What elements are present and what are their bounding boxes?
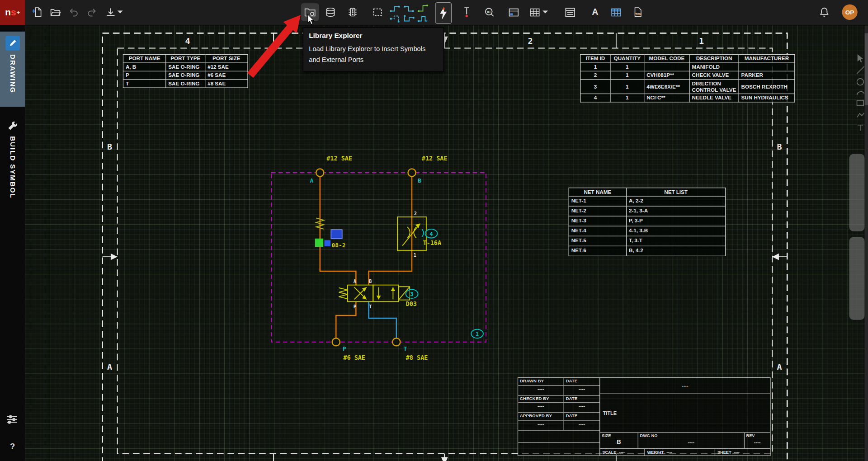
- date-value: ----: [564, 421, 599, 430]
- wire-route-button[interactable]: [416, 14, 429, 24]
- lightning-bolt-icon: [439, 6, 448, 20]
- date-value: ----: [564, 386, 599, 395]
- table-cell: NET-4: [569, 226, 626, 236]
- table-row: 41NCFC**NEEDLE VALVESUN HYDRAULICS: [580, 94, 795, 102]
- settings-button[interactable]: [6, 414, 18, 427]
- wire-route-icon: [417, 14, 428, 23]
- drawing-pencil-icon: [5, 36, 20, 51]
- scale-value: ----: [619, 450, 624, 455]
- date-value: ----: [564, 403, 599, 413]
- help-button[interactable]: ?: [0, 442, 25, 451]
- grid-table-button[interactable]: [607, 3, 625, 21]
- table-cell: 1: [610, 79, 644, 94]
- title-block-signatures: DRAWN BYDATE -------- CHECKED BYDATE ---…: [518, 378, 600, 455]
- table-row: NET-6B, 4-2: [569, 246, 726, 256]
- selection-marquee-button[interactable]: [369, 3, 387, 21]
- table-header-cell: NET NAME: [569, 188, 626, 196]
- open-folder-button[interactable]: [47, 3, 64, 21]
- table-cell: [644, 63, 689, 71]
- export-xml-button[interactable]: xml: [629, 3, 646, 21]
- probe-button[interactable]: [458, 3, 476, 21]
- sidebar-tab-drawing[interactable]: DRAWING: [0, 32, 25, 107]
- table-cell: 2: [580, 71, 610, 79]
- table-row: PSAE O-RING#6 SAE: [123, 71, 248, 79]
- table-cell: NET-1: [569, 196, 626, 206]
- date-label: DATE: [564, 378, 599, 385]
- probe-icon: [461, 6, 472, 18]
- table-row: NET-3P, 3-P: [569, 216, 726, 226]
- export-xml-icon: xml: [632, 7, 643, 18]
- library-explorer-button[interactable]: [301, 3, 319, 21]
- wire-route-button[interactable]: [389, 3, 401, 13]
- rev-label: REV: [746, 433, 769, 438]
- table-cell: NET-6: [569, 246, 626, 256]
- table-menu-caret[interactable]: [542, 3, 549, 21]
- wire-route-button[interactable]: [402, 14, 415, 24]
- table-header-cell: QUANTITY: [610, 55, 644, 63]
- export-menu-caret[interactable]: [116, 3, 124, 21]
- panel-view-button[interactable]: [505, 3, 523, 21]
- caret-down-icon: [118, 10, 123, 14]
- wire-route-button[interactable]: [416, 3, 429, 13]
- net-table[interactable]: NET NAMENET LIST NET-1A, 2-2NET-22-1, 3-…: [569, 188, 726, 256]
- open-folder-icon: [50, 7, 61, 18]
- id-search-button[interactable]: ID: [481, 3, 498, 21]
- table-cell: T: [123, 79, 165, 87]
- bell-icon: [819, 7, 830, 18]
- terminal-strip-button[interactable]: [344, 3, 361, 21]
- table-header-cell: MANUFACTURER: [739, 55, 795, 63]
- sidebar-tab-build-symbol[interactable]: BUILD SYMBOL: [0, 116, 25, 193]
- table-cell: CVH081P**: [644, 71, 689, 79]
- tooltip-description: Load Library Explorer to Insert Symbols …: [309, 44, 438, 66]
- user-avatar[interactable]: OP: [842, 5, 857, 20]
- table-row: NET-44-1, 3-B: [569, 226, 726, 236]
- grid-table-icon: [611, 7, 622, 18]
- library-explorer-tooltip: Library Explorer Load Library Explorer t…: [303, 27, 444, 72]
- table-cell: 1: [610, 63, 644, 71]
- text-tool-button[interactable]: A: [586, 3, 604, 21]
- wire-route-button[interactable]: [389, 14, 401, 24]
- quick-connect-bolt-button[interactable]: [435, 2, 452, 24]
- wire-route-icon: [389, 14, 400, 23]
- table-row: A, BSAE O-RING#12 SAE: [123, 63, 248, 71]
- dwg-no-label: DWG NO: [640, 433, 743, 438]
- date-label: DATE: [564, 395, 599, 403]
- panel-view-icon: [508, 7, 519, 18]
- new-file-icon: [32, 7, 43, 18]
- report-form-button[interactable]: [561, 3, 579, 21]
- bom-table[interactable]: ITEM IDQUANTITYMODEL CODEDESCRIPTIONMANU…: [580, 54, 795, 103]
- wire-route-icon: [403, 4, 414, 13]
- table-cell: 4WE6E6X/E**: [644, 79, 689, 94]
- app-logo[interactable]: ns+: [0, 0, 25, 25]
- svg-text:ID: ID: [487, 10, 491, 14]
- table-row: 314WE6E6X/E**DIRECTION CONTROL VALVEBOSC…: [580, 79, 795, 94]
- title-block[interactable]: DRAWN BYDATE -------- CHECKED BYDATE ---…: [518, 377, 771, 456]
- date-label: DATE: [564, 413, 599, 420]
- table-cell: A, B: [123, 63, 165, 71]
- caret-down-icon: [542, 10, 548, 14]
- new-file-button[interactable]: [29, 3, 47, 21]
- table-header-cell: PORT TYPE: [166, 55, 205, 63]
- logo-text-n: n: [5, 7, 11, 18]
- approved-by-value: ----: [518, 421, 564, 430]
- svg-text:xml: xml: [636, 12, 642, 15]
- table-header-row: PORT NAMEPORT TYPEPORT SIZE: [123, 55, 248, 63]
- redo-icon: [86, 7, 97, 18]
- symbol-library-icon: [325, 7, 336, 18]
- table-cell: P: [123, 71, 165, 79]
- empty-row: [518, 430, 599, 443]
- table-cell: NET-2: [569, 206, 626, 216]
- undo-button[interactable]: [65, 3, 82, 21]
- notifications-button[interactable]: [816, 3, 833, 21]
- wire-route-icon: [417, 4, 428, 13]
- redo-button[interactable]: [83, 3, 101, 21]
- size-label: SIZE: [602, 433, 636, 438]
- table-cell: [739, 63, 795, 71]
- symbol-library-button[interactable]: [321, 3, 339, 21]
- table-cell: NET-5: [569, 236, 626, 246]
- table-header-row: ITEM IDQUANTITYMODEL CODEDESCRIPTIONMANU…: [580, 55, 795, 63]
- port-table[interactable]: PORT NAMEPORT TYPEPORT SIZE A, BSAE O-RI…: [123, 54, 248, 88]
- wire-route-button[interactable]: [402, 3, 415, 13]
- table-cell: NCFC**: [644, 94, 689, 102]
- rev-value: ----: [746, 439, 769, 445]
